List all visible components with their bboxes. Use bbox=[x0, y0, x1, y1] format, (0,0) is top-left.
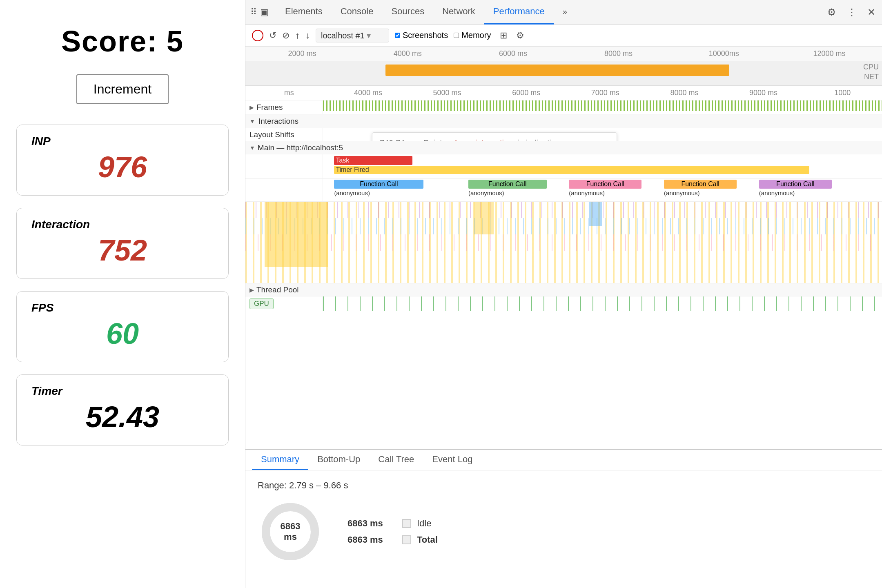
donut-label: 6863 ms bbox=[274, 521, 307, 542]
screenshots-checkbox[interactable]: Screenshots bbox=[395, 31, 448, 40]
timeline-ruler: 2000 ms 4000 ms 6000 ms 8000 ms 10000ms … bbox=[245, 47, 882, 61]
gpu-content bbox=[323, 296, 882, 311]
ruler2-4: 7000 ms bbox=[566, 89, 645, 97]
summary-content: Range: 2.79 s – 9.66 s 6863 ms 6863 ms I… bbox=[245, 470, 882, 574]
range-text: Range: 2.79 s – 9.66 s bbox=[258, 480, 870, 491]
ruler-mark-3: 8000 ms bbox=[566, 49, 671, 58]
location-bar: localhost #1 ▾ bbox=[316, 29, 389, 42]
anon-1: (anonymous) bbox=[468, 189, 504, 196]
tab-sources[interactable]: Sources bbox=[382, 0, 433, 24]
tab-bottom-up[interactable]: Bottom-Up bbox=[308, 450, 369, 470]
task-row: Task Timer Fired bbox=[245, 154, 882, 179]
anon-3: (anonymous) bbox=[664, 189, 700, 196]
fn-call-4: Function Call bbox=[664, 180, 737, 189]
upload-icon[interactable]: ↑ bbox=[295, 30, 300, 41]
layout-shifts-text: Layout Shifts bbox=[249, 130, 294, 139]
tab-performance[interactable]: Performance bbox=[484, 0, 554, 24]
grid-icon: ⠿ bbox=[250, 7, 257, 18]
tab-more[interactable]: » bbox=[554, 0, 576, 24]
long-interaction-link[interactable]: Long interaction bbox=[455, 138, 513, 141]
timer-value: 52.43 bbox=[31, 400, 214, 434]
interaction-label: Interaction bbox=[31, 218, 214, 231]
inp-value: 976 bbox=[31, 150, 214, 184]
fn-empty-label bbox=[245, 179, 323, 201]
dt-icons: ⚙ ⋮ ✕ bbox=[826, 5, 877, 20]
legend-total-ms: 6863 ms bbox=[347, 535, 396, 545]
cpu-yellow-bar bbox=[385, 65, 729, 76]
clear-icon[interactable]: ⊘ bbox=[282, 30, 290, 41]
anon-2: (anonymous) bbox=[569, 189, 605, 196]
donut-chart: 6863 ms bbox=[258, 499, 323, 564]
fn-call-1: Function Call bbox=[334, 180, 423, 189]
main-triangle: ▼ bbox=[249, 145, 255, 151]
ruler2-3: 6000 ms bbox=[487, 89, 566, 97]
gpu-badge: GPU bbox=[249, 298, 274, 309]
fn-call-2: Function Call bbox=[468, 180, 547, 189]
ruler-mark-5: 12000 ms bbox=[777, 49, 882, 58]
tab-network[interactable]: Network bbox=[433, 0, 484, 24]
task-empty-label bbox=[245, 154, 323, 178]
bottom-tabs: Summary Bottom-Up Call Tree Event Log bbox=[245, 450, 882, 470]
interactions-section-header[interactable]: ▼ Interactions bbox=[245, 114, 882, 128]
ruler2-5: 8000 ms bbox=[645, 89, 724, 97]
anon-4: (anonymous) bbox=[759, 189, 795, 196]
settings-icon[interactable]: ⚙ bbox=[826, 5, 838, 20]
tab-summary[interactable]: Summary bbox=[252, 450, 308, 470]
right-panel: ⠿ ▣ Elements Console Sources Network Per… bbox=[245, 0, 882, 588]
main-section-header[interactable]: ▼ Main — http://localhost:5 bbox=[245, 141, 882, 154]
tab-console[interactable]: Console bbox=[332, 0, 383, 24]
score-title: Score: 5 bbox=[61, 24, 184, 58]
close-icon[interactable]: ✕ bbox=[866, 5, 877, 20]
increment-button[interactable]: Increment bbox=[76, 74, 169, 104]
fn-content: Function Call Function Call Function Cal… bbox=[323, 179, 882, 202]
memory-check[interactable] bbox=[454, 33, 459, 38]
tab-elements[interactable]: Elements bbox=[276, 0, 332, 24]
fn-call-5: Function Call bbox=[759, 180, 832, 189]
frames-triangle: ▶ bbox=[249, 104, 254, 111]
interaction-value: 752 bbox=[31, 234, 214, 267]
thread-pool-triangle: ▶ bbox=[249, 287, 254, 293]
dock-icon: ▣ bbox=[260, 7, 269, 18]
timeline-area[interactable]: 2000 ms 4000 ms 6000 ms 8000 ms 10000ms … bbox=[245, 47, 882, 449]
interactions-text: Interactions bbox=[258, 117, 298, 126]
interaction-card: Interaction 752 bbox=[16, 208, 229, 279]
legend-total-label: Total bbox=[417, 535, 438, 545]
refresh-icon[interactable]: ↺ bbox=[269, 30, 276, 41]
net-label: NET bbox=[864, 73, 879, 81]
tab-call-tree[interactable]: Call Tree bbox=[369, 450, 423, 470]
cpu-label: CPU bbox=[863, 63, 879, 71]
summary-body: 6863 ms 6863 ms Idle 6863 ms Total bbox=[258, 499, 870, 564]
cpu-net-bar: CPU NET bbox=[245, 61, 882, 86]
memory-checkbox[interactable]: Memory bbox=[454, 31, 491, 40]
task-bar: Task bbox=[334, 156, 412, 165]
ruler-mark-1: 4000 ms bbox=[355, 49, 460, 58]
frames-row: ▶ Frames bbox=[245, 100, 882, 114]
legend-row-idle: 6863 ms Idle bbox=[347, 518, 438, 529]
fps-value: 60 bbox=[31, 317, 214, 350]
interaction-tooltip: 749.74 ms Pointer Long interaction is in… bbox=[372, 132, 617, 141]
anon-0: (anonymous) bbox=[334, 189, 370, 196]
screenshots-check[interactable] bbox=[395, 33, 400, 38]
record-button[interactable] bbox=[252, 30, 263, 41]
download-icon[interactable]: ↓ bbox=[305, 30, 310, 41]
timeline-ruler2: ms 4000 ms 5000 ms 6000 ms 7000 ms 8000 … bbox=[245, 86, 882, 100]
bottom-panel: Summary Bottom-Up Call Tree Event Log Ra… bbox=[245, 449, 882, 588]
timer-label: Timer bbox=[31, 385, 214, 398]
gear-icon[interactable]: ⚙ bbox=[516, 30, 524, 41]
gpu-row: GPU bbox=[245, 296, 882, 311]
tab-event-log[interactable]: Event Log bbox=[423, 450, 481, 470]
capture-icon[interactable]: ⊞ bbox=[500, 30, 507, 41]
thread-pool-text: Thread Pool bbox=[256, 285, 299, 294]
ruler2-0: ms bbox=[249, 89, 329, 97]
ruler2-1: 4000 ms bbox=[329, 89, 408, 97]
more-icon[interactable]: ⋮ bbox=[845, 5, 858, 20]
tooltip-time: 749.74 ms Pointer Long interaction is in… bbox=[380, 138, 609, 141]
frames-text: Frames bbox=[256, 103, 283, 112]
summary-legend: 6863 ms Idle 6863 ms Total bbox=[347, 518, 438, 545]
activity-area bbox=[245, 202, 882, 283]
frames-bar bbox=[323, 100, 882, 111]
ruler2-2: 5000 ms bbox=[408, 89, 487, 97]
timer-fired-bar: Timer Fired bbox=[334, 166, 809, 174]
thread-pool-row[interactable]: ▶ Thread Pool bbox=[245, 283, 882, 296]
frames-label: ▶ Frames bbox=[245, 100, 323, 114]
